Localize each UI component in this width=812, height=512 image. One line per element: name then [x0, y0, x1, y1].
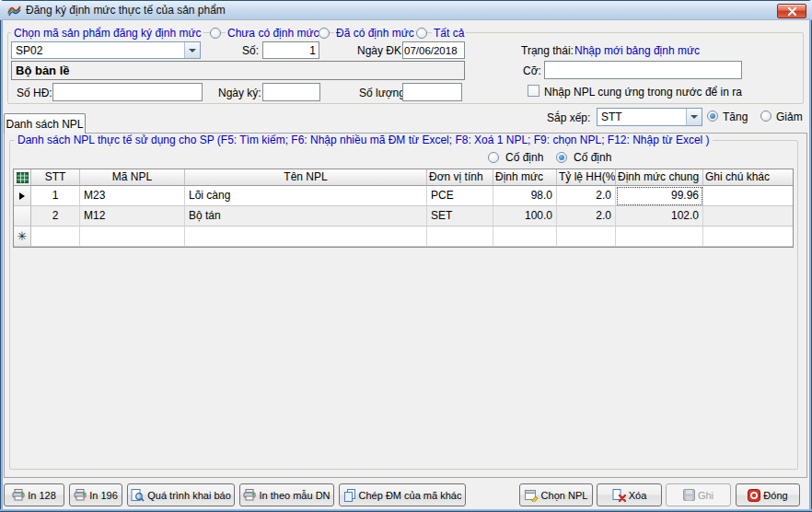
in-196-button[interactable]: In 196: [69, 483, 122, 506]
cell-ty-le-hh[interactable]: 2.0: [557, 206, 616, 227]
chon-npl-button[interactable]: Chọn NPL: [519, 483, 593, 506]
col-header-ty-le-hh[interactable]: Tỷ lệ HH(%): [557, 169, 616, 186]
cell-ten-npl[interactable]: Lõi càng: [185, 186, 427, 206]
cell-dinh-muc-chung[interactable]: [616, 227, 703, 247]
cell-dinh-muc-chung[interactable]: 102.0: [616, 206, 703, 227]
radio-tang-label[interactable]: Tăng: [723, 111, 748, 123]
sort-combobox[interactable]: STT: [597, 108, 702, 126]
button-label: Quá trình khai báo: [147, 490, 231, 501]
close-circle-icon: [748, 489, 760, 502]
xoa-button[interactable]: Xóa: [597, 483, 662, 506]
cell-ma-npl[interactable]: M23: [80, 186, 185, 206]
save-icon: [683, 489, 695, 501]
radio-co-dinh-2[interactable]: [556, 152, 567, 163]
so-luong-input[interactable]: [402, 83, 462, 101]
cell-don-vi-tinh[interactable]: SET: [427, 206, 493, 227]
radio-chua-co-dinh-muc-label[interactable]: Chưa có định mức: [226, 27, 320, 40]
col-header-dinh-muc[interactable]: Định mức: [493, 169, 557, 186]
chep-dm-button[interactable]: Chép ĐM của mã khác: [339, 483, 466, 506]
dong-button[interactable]: Đóng: [736, 483, 800, 506]
product-group-caption: Chọn mã sản phẩm đăng ký định mức: [11, 27, 203, 40]
product-code-combobox[interactable]: SP02: [11, 41, 201, 59]
new-row-selector[interactable]: ✳: [14, 227, 31, 247]
so-input[interactable]: [262, 41, 319, 59]
cell-stt[interactable]: 1: [31, 186, 80, 206]
cell-ten-npl[interactable]: Bộ tán: [185, 206, 427, 227]
close-button[interactable]: [777, 4, 806, 18]
co-label: Cỡ:: [523, 64, 541, 77]
window-border-left: [0, 20, 3, 512]
product-code-dropdown-button[interactable]: [184, 42, 200, 58]
cell-ghi-chu-khac[interactable]: [703, 227, 793, 247]
radio-co-dinh-2-label[interactable]: Cố định: [572, 151, 613, 164]
cell-stt[interactable]: [31, 227, 80, 247]
cell-ghi-chu-khac[interactable]: [703, 206, 793, 227]
delete-icon: [612, 489, 626, 502]
radio-co-dinh-1[interactable]: [488, 152, 499, 163]
in-theo-mau-dn-button[interactable]: In theo mẫu DN: [239, 483, 334, 506]
so-hd-input[interactable]: [52, 83, 203, 101]
col-header-ma-npl[interactable]: Mã NPL: [80, 169, 185, 186]
radio-giam[interactable]: [760, 111, 771, 122]
in-128-button[interactable]: In 128: [4, 483, 64, 506]
nhap-npl-checkbox[interactable]: [528, 85, 539, 97]
current-row-arrow-icon: [19, 192, 25, 200]
table-row: 1 M23 Lõi càng PCE 98.0 2.0 99.96: [14, 186, 793, 206]
ngay-ky-label: Ngày ký:: [218, 87, 261, 99]
row-selector-current[interactable]: [14, 186, 31, 206]
cell-ty-le-hh[interactable]: 2.0: [557, 186, 616, 206]
cell-dinh-muc[interactable]: [493, 227, 557, 247]
cell-dinh-muc-chung-selected[interactable]: 99.96: [616, 186, 703, 206]
cell-dinh-muc[interactable]: 98.0: [493, 186, 557, 206]
col-header-stt[interactable]: STT: [31, 169, 80, 186]
product-code-value: SP02: [12, 42, 184, 58]
cell-ten-npl[interactable]: [185, 227, 427, 247]
radio-tat-ca[interactable]: [416, 28, 427, 39]
ngay-dk-input[interactable]: [402, 41, 465, 59]
cell-don-vi-tinh[interactable]: PCE: [427, 186, 493, 206]
printer-icon: [74, 489, 87, 501]
tab-danh-sach-npl[interactable]: Danh sách NPL: [4, 113, 86, 134]
col-header-ten-npl[interactable]: Tên NPL: [185, 169, 427, 186]
so-luong-label: Số lượng:: [359, 87, 408, 99]
form-pencil-icon: [525, 489, 539, 502]
co-input[interactable]: [544, 61, 742, 79]
col-header-don-vi-tinh[interactable]: Đơn vị tính: [427, 169, 493, 186]
qua-trinh-khai-bao-button[interactable]: Quá trình khai báo: [127, 483, 235, 506]
nhap-npl-checkbox-label[interactable]: Nhập NPL cung ứng trong nước để in ra: [544, 86, 742, 99]
grid-select-all-cell[interactable]: [14, 169, 31, 186]
ghi-button[interactable]: Ghi: [666, 483, 731, 506]
so-hd-label: Số HĐ:: [17, 87, 52, 99]
cell-ma-npl[interactable]: [80, 227, 185, 247]
button-label: In 128: [28, 490, 56, 501]
window-title: Đăng ký định mức thực tế của sản phẩm: [26, 4, 226, 17]
cell-dinh-muc[interactable]: 100.0: [493, 206, 557, 227]
sort-dropdown-button[interactable]: [686, 109, 702, 125]
new-row-icon: ✳: [17, 230, 28, 242]
row-selector[interactable]: [14, 206, 31, 227]
cell-ma-npl[interactable]: M12: [80, 206, 185, 227]
product-name-box: Bộ bản lề: [11, 61, 465, 80]
npl-group-caption: Danh sách NPL thực tế sử dụng cho SP (F5…: [15, 134, 713, 146]
ngay-ky-input[interactable]: [262, 83, 320, 101]
radio-chua-co-dinh-muc[interactable]: [210, 28, 221, 39]
npl-data-grid: STT Mã NPL Tên NPL Đơn vị tính Định mức …: [13, 169, 794, 248]
col-header-ghi-chu-khac[interactable]: Ghi chú khác: [703, 169, 793, 186]
radio-da-co-dinh-muc-label[interactable]: Đã có định mức: [334, 27, 416, 40]
printer-icon: [243, 489, 256, 501]
col-header-dinh-muc-chung[interactable]: Định mức chung: [616, 169, 703, 186]
radio-giam-label[interactable]: Giảm: [776, 111, 803, 123]
radio-tat-ca-label[interactable]: Tất cả: [432, 27, 466, 40]
cell-stt[interactable]: 2: [31, 206, 80, 227]
radio-co-dinh-1-label[interactable]: Cố định: [504, 151, 545, 164]
radio-da-co-dinh-muc[interactable]: [319, 28, 330, 39]
trang-thai-value: Nhập mới bảng định mức: [574, 44, 700, 57]
cell-ghi-chu-khac[interactable]: [703, 186, 793, 206]
button-label: In theo mẫu DN: [259, 490, 330, 501]
cell-ty-le-hh[interactable]: [557, 227, 616, 247]
so-label: Số:: [242, 44, 259, 57]
cell-don-vi-tinh[interactable]: [427, 227, 493, 247]
button-label: In 196: [89, 490, 118, 501]
chevron-down-icon: [690, 115, 698, 119]
radio-tang[interactable]: [707, 111, 718, 122]
